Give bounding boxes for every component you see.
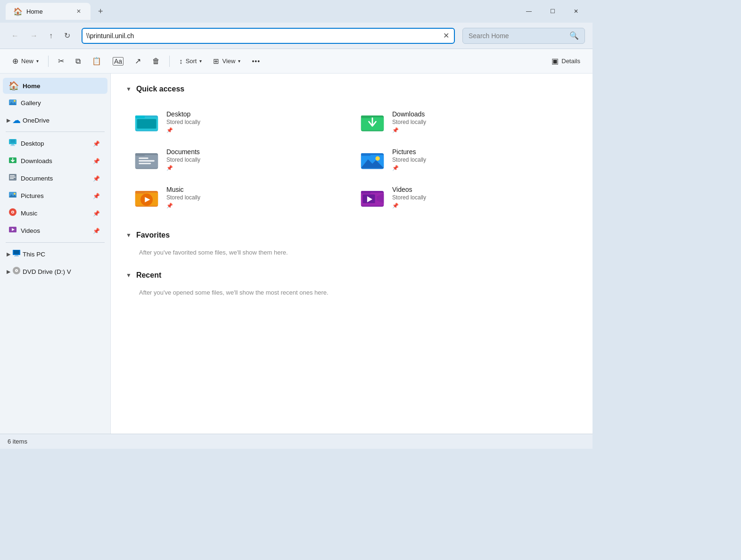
folder-item-music[interactable]: Music Stored locally 📌 [126, 178, 352, 216]
documents-folder-icon [133, 146, 160, 173]
sort-label: Sort [186, 58, 197, 65]
details-button[interactable]: ▣ Details [547, 54, 585, 68]
dvd-icon [12, 266, 21, 277]
sort-arrow-icon: ▾ [199, 58, 202, 64]
close-button[interactable]: ✕ [565, 4, 587, 19]
up-button[interactable]: ↑ [45, 29, 57, 43]
home-icon: 🏠 [8, 81, 19, 91]
search-input[interactable] [469, 32, 566, 40]
svg-rect-51 [361, 191, 370, 194]
svg-point-44 [376, 156, 380, 161]
documents-folder-pin: 📌 [166, 165, 200, 171]
up-icon: ↑ [49, 32, 53, 40]
cut-button[interactable]: ✂ [53, 54, 69, 68]
music-folder-icon [133, 184, 160, 210]
svg-point-17 [12, 212, 14, 213]
details-label: Details [561, 58, 580, 65]
home-tab-title: Home [26, 8, 43, 15]
share-button[interactable]: ↗ [130, 54, 146, 68]
desktop-pin-icon: 📌 [93, 140, 100, 147]
svg-rect-35 [135, 155, 158, 168]
music-folder-pin: 📌 [166, 203, 200, 209]
home-tab[interactable]: 🏠 Home ✕ [6, 3, 91, 20]
back-button[interactable]: ← [8, 29, 23, 43]
downloads-folder-name: Downloads [392, 110, 426, 118]
home-tab-icon: 🏠 [13, 7, 23, 16]
toolbar: ⊕ New ▾ ✂ ⧉ 📋 Aa ↗ 🗑 ↕ Sort ▾ ⊞ View ▾ •… [0, 49, 593, 74]
quick-access-title: Quick access [136, 85, 184, 93]
sidebar-item-documents[interactable]: Documents 📌 [3, 170, 107, 187]
svg-rect-33 [361, 115, 370, 118]
sidebar-item-videos[interactable]: Videos 📌 [3, 222, 107, 239]
sidebar-separator-2 [6, 242, 105, 243]
svg-rect-36 [135, 153, 145, 156]
videos-sidebar-icon [8, 225, 17, 236]
sidebar-item-dvd[interactable]: ▶ DVD Drive (D:) V [3, 264, 107, 280]
music-folder-info: Music Stored locally 📌 [166, 184, 200, 209]
pictures-folder-pin: 📌 [392, 165, 426, 171]
new-button[interactable]: ⊕ New ▾ [8, 54, 43, 68]
sidebar-item-pictures[interactable]: Pictures 📌 [3, 188, 107, 204]
view-arrow-icon: ▾ [238, 58, 240, 64]
recent-header[interactable]: ▼ Recent [126, 271, 577, 280]
sidebar-documents-label: Documents [21, 175, 89, 182]
refresh-button[interactable]: ↻ [60, 28, 74, 43]
sidebar-item-desktop[interactable]: Desktop 📌 [3, 135, 107, 152]
folder-item-videos[interactable]: Videos Stored locally 📌 [352, 178, 577, 216]
new-tab-button[interactable]: + [94, 5, 107, 18]
sidebar-item-gallery[interactable]: Gallery [3, 95, 107, 111]
rename-button[interactable]: Aa [108, 54, 128, 68]
toolbar-separator-1 [48, 56, 49, 67]
svg-point-14 [14, 193, 16, 195]
sidebar-item-downloads[interactable]: Downloads 📌 [3, 153, 107, 169]
favorites-chevron: ▼ [126, 232, 132, 239]
folder-item-pictures[interactable]: Pictures Stored locally 📌 [352, 140, 577, 178]
sidebar-music-label: Music [21, 210, 89, 217]
favorites-empty-text: After you've favorited some files, we'll… [139, 249, 577, 256]
toolbar-separator-2 [169, 56, 170, 67]
downloads-folder-icon [359, 108, 386, 135]
tab-close-button[interactable]: ✕ [74, 7, 83, 16]
sidebar-item-music[interactable]: Music 📌 [3, 205, 107, 222]
delete-button[interactable]: 🗑 [148, 54, 165, 68]
music-sidebar-icon [8, 208, 17, 219]
paste-button[interactable]: 📋 [87, 54, 106, 68]
address-input[interactable] [86, 32, 442, 40]
desktop-folder-icon [133, 108, 160, 135]
sidebar-home-label: Home [23, 82, 100, 90]
quick-access-grid: Desktop Stored locally 📌 Downloads [126, 103, 577, 216]
search-icon: 🔍 [569, 32, 579, 40]
folder-item-desktop[interactable]: Desktop Stored locally 📌 [126, 103, 352, 140]
sidebar-videos-label: Videos [21, 227, 89, 234]
address-clear-button[interactable]: ✕ [442, 30, 450, 41]
search-bar-container: 🔍 [462, 28, 585, 44]
svg-point-26 [16, 270, 17, 271]
minimize-button[interactable]: — [518, 4, 540, 19]
new-icon: ⊕ [12, 57, 18, 66]
sidebar-item-onedrive[interactable]: ▶ ☁ OneDrive [3, 112, 107, 128]
sort-button[interactable]: ↕ Sort ▾ [174, 54, 206, 68]
sidebar-item-home[interactable]: 🏠 Home [3, 78, 107, 94]
thispc-expand-arrow: ▶ [7, 251, 10, 257]
svg-rect-6 [10, 145, 15, 146]
more-button[interactable]: ••• [247, 55, 265, 68]
forward-button[interactable]: → [26, 29, 41, 43]
more-icon: ••• [252, 58, 260, 65]
search-button[interactable]: 🔍 [569, 31, 579, 40]
onedrive-expand-arrow: ▶ [7, 117, 10, 124]
view-button[interactable]: ⊞ View ▾ [208, 54, 245, 68]
favorites-header[interactable]: ▼ Favorites [126, 231, 577, 239]
svg-rect-5 [11, 144, 14, 145]
copy-button[interactable]: ⧉ [71, 54, 85, 68]
maximize-button[interactable]: ☐ [542, 4, 563, 19]
new-label: New [21, 58, 33, 65]
folder-item-downloads[interactable]: Downloads Stored locally 📌 [352, 103, 577, 140]
sidebar-item-thispc[interactable]: ▶ This PC [3, 246, 107, 263]
sidebar-downloads-label: Downloads [21, 157, 89, 165]
videos-pin-icon: 📌 [93, 228, 100, 234]
quick-access-header[interactable]: ▼ Quick access [126, 85, 577, 93]
folder-item-documents[interactable]: Documents Stored locally 📌 [126, 140, 352, 178]
svg-rect-21 [14, 250, 19, 254]
music-pin-icon: 📌 [93, 210, 100, 217]
desktop-folder-subtitle: Stored locally [166, 119, 200, 125]
